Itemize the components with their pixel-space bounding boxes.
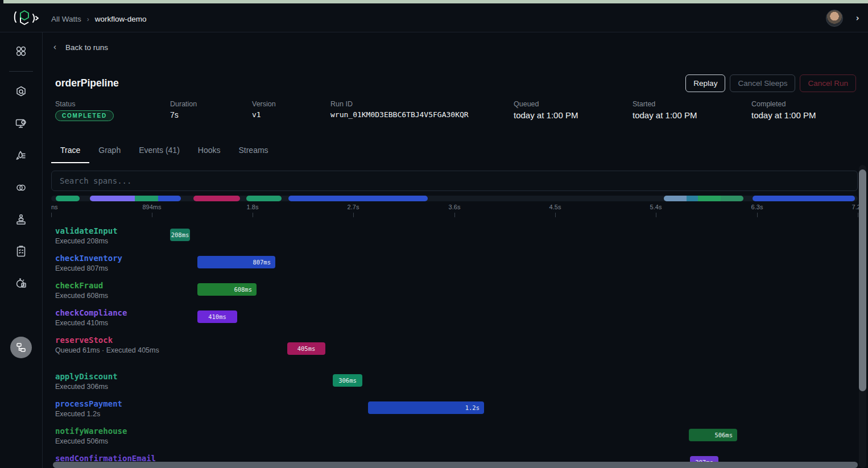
span-name[interactable]: applyDiscount: [55, 371, 863, 382]
span-row: reserveStockQueued 61ms · Executed 405ms…: [55, 335, 863, 355]
span-name[interactable]: checkCompliance: [55, 308, 863, 318]
span-subtext: Executed 807ms: [55, 263, 160, 274]
search-spans-input[interactable]: [52, 171, 857, 190]
search-spans-box: [51, 171, 858, 191]
minimap-span-segment: [698, 196, 721, 201]
sidebar-item-deploy-rocket-icon[interactable]: [10, 145, 32, 167]
axis-tick-mark: [656, 213, 656, 217]
span-duration-bar[interactable]: 506ms: [689, 429, 737, 441]
vertical-scrollbar-thumb[interactable]: [859, 169, 866, 391]
sidebar-item-server-podium-icon[interactable]: [10, 209, 32, 230]
span-row: notifyWarehouseExecuted 506ms506ms: [55, 426, 863, 446]
meta-label: Queued: [514, 100, 539, 108]
sidebar-item-schedule-stopwatch-icon[interactable]: [10, 272, 32, 294]
span-duration-bar[interactable]: 410ms: [197, 310, 237, 323]
axis-tick-label: 5.4s: [650, 204, 662, 210]
axis-tick-mark: [152, 213, 152, 217]
meta-value: wrun_01KM0D3EBBC6TBJ4V5FGA30KQR: [330, 110, 469, 119]
span-row: processPaymentExecuted 1.2s1.2s: [55, 399, 863, 419]
meta-value: today at 1:00 PM: [633, 110, 697, 120]
minimap-span-segment: [687, 196, 698, 201]
sidebar-item-lens-circles-icon[interactable]: [10, 177, 32, 198]
sidebar-item-machine-monitor-icon[interactable]: [10, 113, 32, 135]
meta-label: Run ID: [330, 100, 353, 108]
back-to-runs-link[interactable]: ‹ Back to runs: [52, 42, 108, 52]
back-to-runs-label: Back to runs: [65, 43, 108, 52]
sleeps-button[interactable]: Cancel Sleeps: [730, 74, 795, 92]
span-name[interactable]: notifyWarehouse: [55, 426, 863, 436]
minimap-span-group: [753, 196, 855, 201]
sidebar-item-explore-hexagon-icon[interactable]: [10, 81, 32, 103]
span-duration-bar[interactable]: 807ms: [197, 256, 275, 268]
tab-bar: TraceGraphEvents (41)HooksStreams: [51, 141, 278, 163]
minimap-span-segment: [664, 196, 687, 201]
user-avatar[interactable]: [826, 10, 843, 27]
minimap-span-group: [90, 196, 181, 201]
trace-minimap[interactable]: [51, 196, 858, 201]
meta-value: 7s: [170, 110, 179, 119]
app-window: All Watts › workflow-demo ›: [0, 0, 868, 468]
meta-label: Version: [252, 100, 276, 108]
header-buttons: ReplayCancel SleepsCancel Run: [685, 74, 856, 92]
minimap-span-segment: [135, 196, 158, 201]
minimap-span-segment: [193, 196, 240, 201]
top-bar: All Watts › workflow-demo ›: [0, 3, 868, 32]
minimap-span-segment: [56, 196, 80, 201]
sidebar-item-runs-flowchart-icon[interactable]: [10, 337, 32, 358]
axis-tick-label: 4.5s: [549, 204, 561, 210]
span-name[interactable]: checkInventory: [55, 253, 863, 263]
chevron-right-icon[interactable]: ›: [855, 13, 860, 23]
span-subtext: Executed 506ms: [55, 436, 160, 446]
meta-label: Completed: [751, 100, 786, 108]
span-name[interactable]: reserveStock: [55, 335, 863, 345]
breadcrumb-root[interactable]: All Watts: [51, 15, 81, 23]
axis-tick-label: 6.3s: [751, 204, 763, 210]
span-row: checkFraudExecuted 608ms608ms: [55, 280, 863, 301]
sidebar-item-tasks-clipboard-icon[interactable]: [10, 241, 32, 262]
meta-value: COMPLETED: [55, 110, 114, 121]
axis-tick-mark: [757, 213, 758, 217]
span-name[interactable]: checkFraud: [55, 280, 863, 291]
axis-tick-mark: [51, 213, 52, 217]
span-duration-bar[interactable]: 306ms: [333, 374, 362, 387]
axis-tick-label: 894ms: [142, 204, 161, 210]
axis-tick-mark: [353, 213, 354, 217]
status-badge: COMPLETED: [55, 110, 114, 121]
tab-graph[interactable]: Graph: [89, 141, 130, 163]
meta-value: v1: [252, 110, 261, 119]
meta-label: Duration: [170, 100, 197, 108]
sidebar-divider: [9, 71, 33, 72]
span-row: checkInventoryExecuted 807ms807ms: [55, 253, 863, 274]
span-row: validateInputExecuted 208ms208ms: [55, 226, 863, 246]
chevron-left-icon: ‹: [52, 42, 57, 52]
minimap-span-segment: [753, 196, 855, 201]
span-duration-bar[interactable]: 405ms: [287, 342, 325, 355]
span-duration-bar[interactable]: 608ms: [197, 283, 257, 296]
minimap-span-group: [56, 196, 80, 201]
page-title: orderPipeline: [55, 77, 119, 89]
span-subtext: Executed 208ms: [55, 236, 160, 246]
breadcrumb-separator-icon: ›: [87, 15, 89, 23]
span-duration-bar[interactable]: 208ms: [170, 229, 190, 241]
tab-events-41[interactable]: Events (41): [130, 141, 189, 163]
replay-button[interactable]: Replay: [685, 74, 725, 92]
meta-label: Status: [55, 100, 75, 108]
sidebar-item-workflow-knot-icon[interactable]: [10, 40, 32, 62]
minimap-span-group: [193, 196, 240, 201]
app-logo-icon[interactable]: [13, 9, 39, 27]
axis-tick-label: 3.6s: [449, 204, 461, 210]
minimap-span-segment: [158, 196, 181, 201]
cancel-button[interactable]: Cancel Run: [800, 74, 856, 92]
span-row: checkComplianceExecuted 410ms410ms: [55, 308, 863, 328]
breadcrumb-current[interactable]: workflow-demo: [95, 15, 147, 23]
axis-tick-label: 2.7s: [348, 204, 359, 210]
axis-tick-mark: [454, 213, 455, 217]
tab-streams[interactable]: Streams: [229, 141, 277, 163]
span-duration-bar[interactable]: 1.2s: [368, 401, 484, 414]
tab-trace[interactable]: Trace: [51, 141, 89, 163]
tab-hooks[interactable]: Hooks: [189, 141, 230, 163]
meta-value: today at 1:00 PM: [514, 110, 578, 120]
span-subtext: Executed 410ms: [55, 318, 160, 328]
horizontal-scrollbar-thumb[interactable]: [53, 462, 858, 468]
breadcrumb: All Watts › workflow-demo: [51, 15, 147, 23]
